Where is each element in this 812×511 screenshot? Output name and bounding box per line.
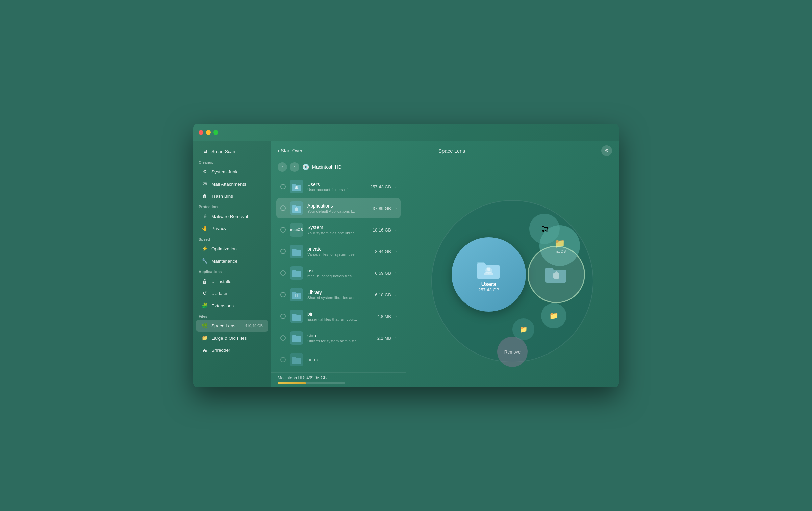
titlebar: [193, 124, 619, 141]
file-item-sbin[interactable]: sbin Utilities for system administr... 2…: [276, 328, 401, 348]
malware-icon: ☣: [201, 213, 208, 220]
settings-button[interactable]: ⚙: [601, 145, 612, 156]
file-desc: Your system files and librar...: [307, 231, 369, 235]
sidebar-item-label: Malware Removal: [211, 214, 248, 219]
sidebar-section-applications: Applications: [193, 267, 271, 275]
maintenance-icon: 🔧: [201, 258, 208, 264]
space-lens-icon: 🌿: [201, 322, 208, 329]
sidebar-item-extensions[interactable]: 🧩 Extensions: [196, 300, 268, 311]
sidebar-item-maintenance[interactable]: 🔧 Maintenance: [196, 255, 268, 267]
sidebar-item-malware-removal[interactable]: ☣ Malware Removal: [196, 211, 268, 222]
sidebar-item-space-lens[interactable]: 🌿 Space Lens 410,49 GB: [196, 320, 268, 332]
chevron-right-icon: ›: [395, 336, 397, 340]
back-chevron-icon: ‹: [278, 148, 279, 154]
sidebar-item-smart-scan[interactable]: 🖥 Smart Scan: [196, 146, 268, 157]
content-header: ‹ Start Over Space Lens ⚙: [271, 141, 619, 160]
sidebar-item-shredder[interactable]: 🖨 Shredder: [196, 344, 268, 356]
nav-forward-button[interactable]: ›: [290, 162, 299, 172]
file-name: private: [307, 246, 371, 252]
file-item-bin[interactable]: bin Essential files that run your... 4,8…: [276, 306, 401, 326]
file-name: System: [307, 225, 369, 230]
bin-folder-icon: [290, 310, 303, 323]
file-size: 257,43 GB: [370, 184, 391, 189]
remove-button[interactable]: Remove: [497, 337, 528, 367]
sidebar-item-uninstaller[interactable]: 🗑 Uninstaller: [196, 275, 268, 287]
file-name: Users: [307, 181, 366, 187]
sidebar-section-cleanup: Cleanup: [193, 157, 271, 166]
remove-label: Remove: [504, 349, 521, 355]
sbin-folder-icon: [290, 331, 303, 345]
users-circle[interactable]: Users 257,43 GB: [452, 237, 526, 312]
settings-icon: ⚙: [605, 148, 609, 153]
chevron-right-icon: ›: [395, 184, 397, 189]
sidebar-item-label: Large & Old Files: [211, 336, 247, 341]
file-size: 6,18 GB: [375, 292, 391, 297]
location-path: Macintosh HD: [312, 164, 342, 170]
small-folder-1-icon: 📁: [549, 312, 558, 320]
file-desc: macOS configuration files: [307, 274, 371, 278]
file-radio-usr[interactable]: [280, 270, 286, 276]
file-desc: User account folders of t...: [307, 188, 366, 192]
sidebar-item-optimization[interactable]: ⚡ Optimization: [196, 243, 268, 254]
sidebar-item-trash-bins[interactable]: 🗑 Trash Bins: [196, 190, 268, 202]
optimization-icon: ⚡: [201, 245, 208, 252]
users-circle-size: 257,43 GB: [478, 287, 499, 292]
file-details-system: System Your system files and librar...: [307, 225, 369, 235]
sidebar-item-large-old-files[interactable]: 📁 Large & Old Files: [196, 332, 268, 344]
file-details-library: Library Shared system libraries and...: [307, 290, 371, 300]
sidebar-section-protection: Protection: [193, 202, 271, 210]
start-over-button[interactable]: ‹ Start Over: [278, 148, 302, 154]
users-folder-icon: [290, 180, 303, 193]
file-radio-library[interactable]: [280, 292, 286, 297]
file-name: Library: [307, 290, 371, 295]
sidebar-item-privacy[interactable]: 🤚 Privacy: [196, 223, 268, 234]
sidebar-item-label: Privacy: [211, 226, 226, 231]
traffic-lights: [199, 130, 218, 135]
file-item-usr[interactable]: usr macOS configuration files 6,59 GB ›: [276, 263, 401, 283]
file-list: Users User account folders of t... 257,4…: [271, 175, 406, 372]
file-item-users[interactable]: Users User account folders of t... 257,4…: [276, 176, 401, 197]
file-size: 6,59 GB: [375, 271, 391, 276]
sidebar-item-label: System Junk: [211, 169, 237, 174]
disk-progress-fill: [278, 382, 306, 384]
nav-back-button[interactable]: ‹: [278, 162, 287, 172]
svg-point-6: [487, 268, 490, 271]
sidebar-item-label: Maintenance: [211, 259, 237, 264]
sidebar-item-updater[interactable]: ↺ Updater: [196, 288, 268, 299]
file-radio-users[interactable]: [280, 184, 286, 189]
file-radio-home[interactable]: [280, 357, 286, 362]
chevron-right-icon: ›: [395, 249, 397, 254]
main-window: 🖥 Smart Scan Cleanup ⚙ System Junk ✉ Mai…: [193, 124, 619, 387]
file-radio-sbin[interactable]: [280, 335, 286, 341]
svg-rect-4: [297, 294, 298, 297]
file-item-private[interactable]: private Various files for system use 8,4…: [276, 241, 401, 262]
shredder-icon: 🖨: [201, 347, 208, 354]
private-folder-icon: [290, 245, 303, 258]
chevron-right-icon: ›: [395, 314, 397, 319]
file-item-home[interactable]: home: [276, 349, 401, 370]
visualization-area: 🗂 📁 macOS: [406, 175, 619, 387]
minimize-button[interactable]: [206, 130, 211, 135]
file-desc: Your default Applications f...: [307, 209, 369, 213]
file-item-library[interactable]: Library Shared system libraries and... 6…: [276, 285, 401, 305]
close-button[interactable]: [199, 130, 203, 135]
file-radio-applications[interactable]: [280, 205, 286, 211]
extensions-icon: 🧩: [201, 302, 208, 309]
file-name: Applications: [307, 203, 369, 209]
sidebar-item-mail-attachments[interactable]: ✉ Mail Attachments: [196, 178, 268, 190]
file-details-home: home: [307, 357, 397, 362]
file-item-applications[interactable]: Applications Your default Applications f…: [276, 198, 401, 218]
svg-point-1: [296, 186, 298, 188]
privacy-icon: 🤚: [201, 225, 208, 232]
small-circle-1[interactable]: 📁: [541, 303, 566, 328]
file-radio-system[interactable]: [280, 227, 286, 233]
file-radio-bin[interactable]: [280, 314, 286, 319]
users-circle-label: Users: [481, 281, 496, 287]
sidebar-item-system-junk[interactable]: ⚙ System Junk: [196, 166, 268, 177]
disk-info: Macintosh HD: 499,96 GB: [278, 375, 399, 380]
file-item-system[interactable]: macOS System Your system files and libra…: [276, 220, 401, 240]
users-folder-viz-icon: [475, 257, 502, 281]
file-radio-private[interactable]: [280, 249, 286, 254]
maximize-button[interactable]: [213, 130, 218, 135]
apps-circle[interactable]: [528, 246, 585, 303]
